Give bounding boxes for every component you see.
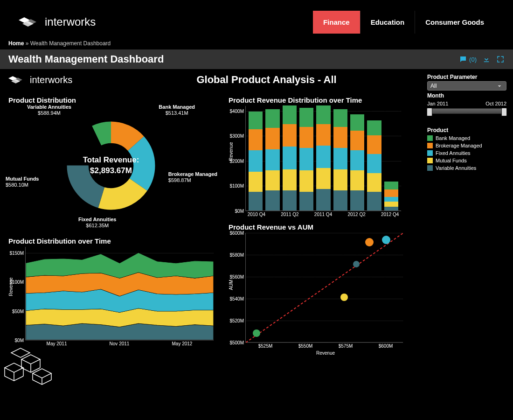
dash-brand-name: interworks bbox=[30, 75, 72, 85]
bar-title: Product Revenue Distribution over Time bbox=[229, 96, 401, 104]
nav-consumer-goods[interactable]: Consumer Goods bbox=[415, 11, 494, 34]
download-icon bbox=[482, 55, 491, 63]
legend-brokerage[interactable]: Brokerage Managed bbox=[427, 143, 506, 148]
swatch-icon bbox=[427, 158, 433, 163]
scatter-panel: Product Revenue vs AUM AUM $500M$520M$54… bbox=[229, 223, 406, 356]
legend-mutual[interactable]: Mutual Funds bbox=[427, 158, 506, 163]
scatter-ylabel: AUM bbox=[229, 280, 234, 290]
page-header: Wealth Management Dashboard (0) bbox=[0, 49, 513, 69]
fullscreen-button[interactable] bbox=[496, 55, 505, 63]
scatter-point[interactable] bbox=[382, 236, 390, 244]
bar-2010Q4[interactable] bbox=[249, 112, 263, 210]
dash-brand: interworks bbox=[6, 75, 72, 85]
area-title: Product Distribution over Time bbox=[8, 237, 214, 245]
month-start: Jan 2011 bbox=[427, 101, 448, 106]
swatch-icon bbox=[427, 135, 433, 141]
product-parameter-select[interactable]: All bbox=[427, 81, 506, 91]
bar-2011Q4[interactable] bbox=[316, 105, 330, 210]
svg-line-11 bbox=[246, 233, 403, 343]
bar-chart[interactable]: Revenue $0M$100M$200M$300M$400M bbox=[245, 106, 401, 211]
comment-icon bbox=[459, 55, 467, 63]
top-nav: Finance Education Consumer Goods bbox=[313, 11, 494, 34]
bar-2012Q2[interactable] bbox=[350, 114, 364, 210]
header-actions: (0) bbox=[459, 55, 505, 63]
scatter-point[interactable] bbox=[253, 329, 260, 337]
label-fixed: Fixed Annuities$612.35M bbox=[78, 217, 117, 229]
legend-variable[interactable]: Variable Annuities bbox=[427, 165, 506, 171]
bar-2011Q2[interactable] bbox=[283, 105, 297, 210]
comments-button[interactable]: (0) bbox=[459, 55, 477, 63]
brand-name: interworks bbox=[45, 15, 96, 28]
area-chart[interactable]: Revenue $0M$50M$100M$150M bbox=[25, 247, 214, 340]
month-end: Oct 2012 bbox=[485, 101, 506, 106]
scatter-point[interactable] bbox=[353, 261, 360, 267]
label-bank: Bank Managed$513.41M bbox=[159, 104, 195, 116]
download-button[interactable] bbox=[482, 55, 491, 63]
bar-2012Q4[interactable] bbox=[384, 182, 398, 210]
label-variable: Variable Annuities$588.94M bbox=[27, 104, 71, 116]
decorative-cubes-icon bbox=[0, 335, 70, 386]
donut-title: Product Distribution bbox=[8, 96, 214, 104]
month-range-slider[interactable] bbox=[427, 108, 506, 114]
bar-2012Q3[interactable] bbox=[367, 120, 381, 210]
scatter-point[interactable] bbox=[340, 294, 348, 301]
legend-title: Product bbox=[427, 127, 506, 133]
controls-panel: Product Parameter All Month Jan 2011 Oct… bbox=[427, 72, 506, 173]
breadcrumb-home[interactable]: Home bbox=[8, 40, 24, 47]
page-title: Wealth Management Dashboard bbox=[8, 53, 164, 65]
legend-bank[interactable]: Bank Managed bbox=[427, 135, 506, 141]
label-mutual: Mutual Funds$580.10M bbox=[6, 176, 39, 188]
expand-icon bbox=[496, 55, 505, 63]
scatter-title: Product Revenue vs AUM bbox=[229, 223, 406, 231]
topbar: interworks Finance Education Consumer Go… bbox=[0, 0, 513, 37]
bar-xlabels: 2010 Q42011 Q22011 Q42012 Q22012 Q4 bbox=[245, 211, 401, 217]
scatter-chart[interactable]: AUM $500M$520M$540M$560M$580M$600M bbox=[245, 233, 403, 343]
area-panel: Product Distribution over Time Revenue $… bbox=[8, 237, 214, 346]
bar-panel: Product Revenue Distribution over Time R… bbox=[229, 96, 401, 217]
label-brokerage: Brokerage Managed$598.87M bbox=[168, 171, 217, 183]
brand-logo: interworks bbox=[19, 15, 96, 28]
comments-count: (0) bbox=[469, 56, 477, 63]
product-legend: Product Bank Managed Brokerage Managed F… bbox=[427, 127, 506, 171]
bar-2012Q1[interactable] bbox=[333, 109, 347, 210]
scatter-xlabel: Revenue bbox=[245, 349, 406, 356]
breadcrumb-sep: » bbox=[26, 40, 29, 47]
breadcrumb-current: Wealth Management Dashboard bbox=[30, 40, 111, 47]
bar-2011Q1[interactable] bbox=[265, 109, 279, 210]
swatch-icon bbox=[427, 165, 433, 171]
scatter-xlabels: $525M$550M$575M$600M bbox=[245, 343, 406, 349]
logo-icon bbox=[19, 15, 40, 28]
breadcrumb: Home » Wealth Management Dashboard bbox=[0, 37, 513, 49]
bar-2011Q3[interactable] bbox=[299, 108, 313, 210]
nav-finance[interactable]: Finance bbox=[313, 11, 360, 34]
dashboard: interworks Global Product Analysis - All… bbox=[0, 69, 513, 386]
nav-education[interactable]: Education bbox=[360, 11, 416, 34]
donut-center: Total Revenue: $2,893.67M bbox=[83, 155, 139, 175]
legend-fixed[interactable]: Fixed Annuities bbox=[427, 150, 506, 156]
param-label: Product Parameter bbox=[427, 74, 506, 80]
logo-icon bbox=[7, 75, 26, 85]
swatch-icon bbox=[427, 143, 433, 148]
swatch-icon bbox=[427, 150, 433, 156]
month-label: Month bbox=[427, 92, 506, 99]
donut-chart[interactable]: Total Revenue: $2,893.67M Variable Annui… bbox=[8, 106, 214, 225]
donut-panel: Product Distribution Total Revenue: $2,8… bbox=[8, 96, 214, 225]
scatter-point[interactable] bbox=[365, 238, 374, 246]
